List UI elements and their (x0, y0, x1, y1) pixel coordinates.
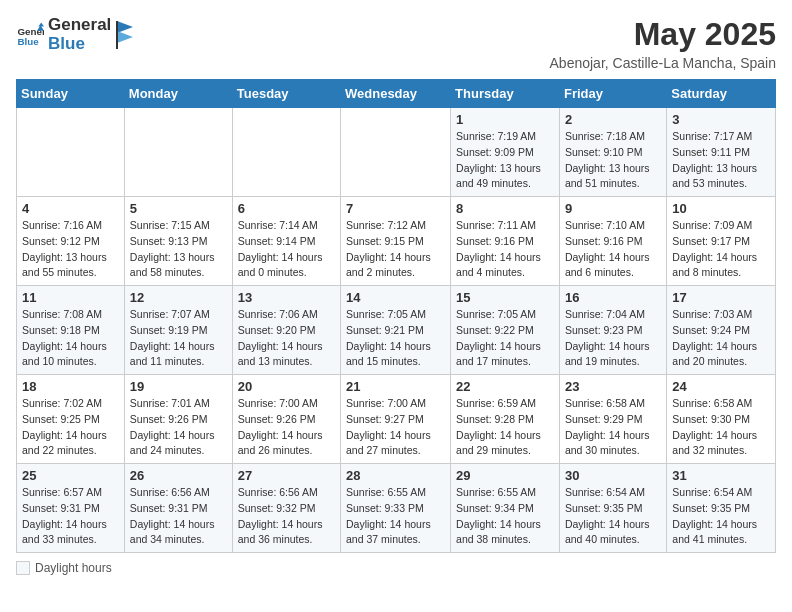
day-number: 23 (565, 379, 661, 394)
day-info: Sunrise: 7:04 AMSunset: 9:23 PMDaylight:… (565, 307, 661, 370)
day-number: 11 (22, 290, 119, 305)
day-number: 2 (565, 112, 661, 127)
calendar-day-cell (17, 108, 125, 197)
footer: Daylight hours (16, 561, 776, 578)
day-number: 27 (238, 468, 335, 483)
month-title: May 2025 (550, 16, 776, 53)
day-info: Sunrise: 7:10 AMSunset: 9:16 PMDaylight:… (565, 218, 661, 281)
calendar-day-cell: 6Sunrise: 7:14 AMSunset: 9:14 PMDaylight… (232, 197, 340, 286)
calendar-day-cell (232, 108, 340, 197)
day-number: 29 (456, 468, 554, 483)
day-info: Sunrise: 7:05 AMSunset: 9:21 PMDaylight:… (346, 307, 445, 370)
day-number: 21 (346, 379, 445, 394)
svg-marker-4 (117, 21, 133, 33)
day-info: Sunrise: 7:07 AMSunset: 9:19 PMDaylight:… (130, 307, 227, 370)
day-number: 7 (346, 201, 445, 216)
day-number: 30 (565, 468, 661, 483)
day-number: 6 (238, 201, 335, 216)
day-number: 3 (672, 112, 770, 127)
day-number: 19 (130, 379, 227, 394)
day-number: 17 (672, 290, 770, 305)
day-number: 16 (565, 290, 661, 305)
day-info: Sunrise: 7:14 AMSunset: 9:14 PMDaylight:… (238, 218, 335, 281)
day-info: Sunrise: 7:12 AMSunset: 9:15 PMDaylight:… (346, 218, 445, 281)
day-number: 26 (130, 468, 227, 483)
svg-marker-5 (117, 31, 133, 43)
calendar-day-cell: 12Sunrise: 7:07 AMSunset: 9:19 PMDayligh… (124, 286, 232, 375)
calendar-day-cell: 29Sunrise: 6:55 AMSunset: 9:34 PMDayligh… (451, 464, 560, 553)
day-info: Sunrise: 7:17 AMSunset: 9:11 PMDaylight:… (672, 129, 770, 192)
day-info: Sunrise: 6:59 AMSunset: 9:28 PMDaylight:… (456, 396, 554, 459)
day-info: Sunrise: 7:01 AMSunset: 9:26 PMDaylight:… (130, 396, 227, 459)
day-number: 4 (22, 201, 119, 216)
weekday-header: Tuesday (232, 80, 340, 108)
day-info: Sunrise: 7:18 AMSunset: 9:10 PMDaylight:… (565, 129, 661, 192)
day-info: Sunrise: 7:11 AMSunset: 9:16 PMDaylight:… (456, 218, 554, 281)
calendar-day-cell: 30Sunrise: 6:54 AMSunset: 9:35 PMDayligh… (559, 464, 666, 553)
day-info: Sunrise: 7:15 AMSunset: 9:13 PMDaylight:… (130, 218, 227, 281)
day-number: 24 (672, 379, 770, 394)
logo-line2: Blue (48, 35, 111, 54)
weekday-header: Friday (559, 80, 666, 108)
day-info: Sunrise: 6:54 AMSunset: 9:35 PMDaylight:… (565, 485, 661, 548)
calendar-day-cell: 11Sunrise: 7:08 AMSunset: 9:18 PMDayligh… (17, 286, 125, 375)
calendar-day-cell: 16Sunrise: 7:04 AMSunset: 9:23 PMDayligh… (559, 286, 666, 375)
title-block: May 2025 Abenojar, Castille-La Mancha, S… (550, 16, 776, 71)
calendar-day-cell: 2Sunrise: 7:18 AMSunset: 9:10 PMDaylight… (559, 108, 666, 197)
calendar-week-row: 25Sunrise: 6:57 AMSunset: 9:31 PMDayligh… (17, 464, 776, 553)
calendar-day-cell: 17Sunrise: 7:03 AMSunset: 9:24 PMDayligh… (667, 286, 776, 375)
calendar-day-cell: 18Sunrise: 7:02 AMSunset: 9:25 PMDayligh… (17, 375, 125, 464)
day-number: 10 (672, 201, 770, 216)
svg-marker-2 (38, 22, 44, 26)
day-info: Sunrise: 7:05 AMSunset: 9:22 PMDaylight:… (456, 307, 554, 370)
calendar-day-cell: 31Sunrise: 6:54 AMSunset: 9:35 PMDayligh… (667, 464, 776, 553)
day-number: 8 (456, 201, 554, 216)
calendar-day-cell: 3Sunrise: 7:17 AMSunset: 9:11 PMDaylight… (667, 108, 776, 197)
day-number: 18 (22, 379, 119, 394)
page-header: General Blue General Blue May 2025 Abeno… (16, 16, 776, 71)
calendar-day-cell: 22Sunrise: 6:59 AMSunset: 9:28 PMDayligh… (451, 375, 560, 464)
weekday-header: Saturday (667, 80, 776, 108)
calendar-day-cell: 20Sunrise: 7:00 AMSunset: 9:26 PMDayligh… (232, 375, 340, 464)
daylight-legend: Daylight hours (16, 561, 112, 575)
calendar-day-cell: 27Sunrise: 6:56 AMSunset: 9:32 PMDayligh… (232, 464, 340, 553)
calendar-day-cell: 23Sunrise: 6:58 AMSunset: 9:29 PMDayligh… (559, 375, 666, 464)
calendar-week-row: 11Sunrise: 7:08 AMSunset: 9:18 PMDayligh… (17, 286, 776, 375)
day-info: Sunrise: 6:58 AMSunset: 9:29 PMDaylight:… (565, 396, 661, 459)
calendar-day-cell: 24Sunrise: 6:58 AMSunset: 9:30 PMDayligh… (667, 375, 776, 464)
calendar-day-cell: 13Sunrise: 7:06 AMSunset: 9:20 PMDayligh… (232, 286, 340, 375)
calendar-day-cell: 5Sunrise: 7:15 AMSunset: 9:13 PMDaylight… (124, 197, 232, 286)
day-number: 25 (22, 468, 119, 483)
calendar-day-cell: 1Sunrise: 7:19 AMSunset: 9:09 PMDaylight… (451, 108, 560, 197)
day-number: 22 (456, 379, 554, 394)
day-number: 31 (672, 468, 770, 483)
calendar-day-cell: 7Sunrise: 7:12 AMSunset: 9:15 PMDaylight… (341, 197, 451, 286)
location-subtitle: Abenojar, Castille-La Mancha, Spain (550, 55, 776, 71)
weekday-header: Thursday (451, 80, 560, 108)
header-row: SundayMondayTuesdayWednesdayThursdayFrid… (17, 80, 776, 108)
calendar-day-cell: 21Sunrise: 7:00 AMSunset: 9:27 PMDayligh… (341, 375, 451, 464)
day-info: Sunrise: 6:55 AMSunset: 9:33 PMDaylight:… (346, 485, 445, 548)
weekday-header: Monday (124, 80, 232, 108)
calendar-day-cell: 25Sunrise: 6:57 AMSunset: 9:31 PMDayligh… (17, 464, 125, 553)
logo-line1: General (48, 16, 111, 35)
day-number: 1 (456, 112, 554, 127)
weekday-header: Sunday (17, 80, 125, 108)
calendar-day-cell: 9Sunrise: 7:10 AMSunset: 9:16 PMDaylight… (559, 197, 666, 286)
day-info: Sunrise: 6:54 AMSunset: 9:35 PMDaylight:… (672, 485, 770, 548)
calendar-week-row: 4Sunrise: 7:16 AMSunset: 9:12 PMDaylight… (17, 197, 776, 286)
calendar-day-cell: 15Sunrise: 7:05 AMSunset: 9:22 PMDayligh… (451, 286, 560, 375)
day-info: Sunrise: 7:00 AMSunset: 9:27 PMDaylight:… (346, 396, 445, 459)
day-info: Sunrise: 7:03 AMSunset: 9:24 PMDaylight:… (672, 307, 770, 370)
logo-icon: General Blue (16, 21, 44, 49)
day-info: Sunrise: 7:19 AMSunset: 9:09 PMDaylight:… (456, 129, 554, 192)
calendar-day-cell: 8Sunrise: 7:11 AMSunset: 9:16 PMDaylight… (451, 197, 560, 286)
day-number: 5 (130, 201, 227, 216)
day-info: Sunrise: 7:02 AMSunset: 9:25 PMDaylight:… (22, 396, 119, 459)
day-number: 20 (238, 379, 335, 394)
svg-text:Blue: Blue (17, 35, 39, 46)
calendar-day-cell: 4Sunrise: 7:16 AMSunset: 9:12 PMDaylight… (17, 197, 125, 286)
daylight-label: Daylight hours (35, 561, 112, 575)
day-number: 14 (346, 290, 445, 305)
calendar-day-cell: 26Sunrise: 6:56 AMSunset: 9:31 PMDayligh… (124, 464, 232, 553)
